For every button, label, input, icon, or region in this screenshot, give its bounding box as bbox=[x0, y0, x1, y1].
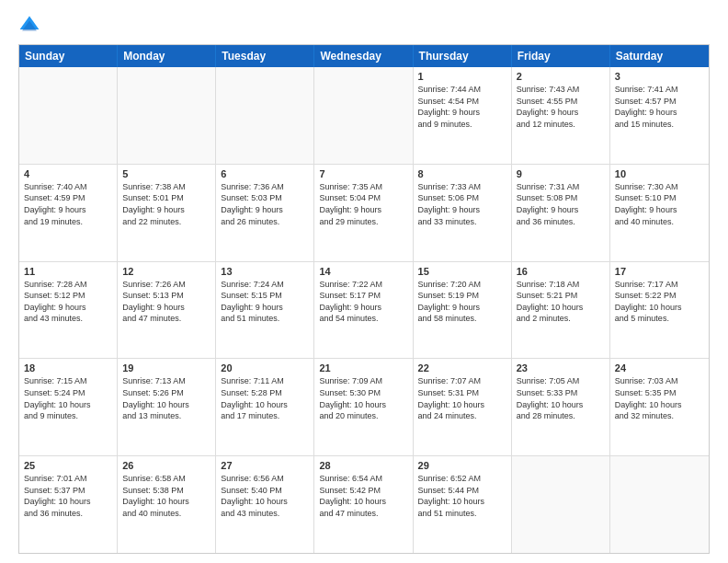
day-number: 28 bbox=[319, 460, 407, 471]
day-number: 8 bbox=[418, 168, 506, 179]
logo bbox=[18, 15, 44, 37]
calendar-cell: 6Sunrise: 7:36 AM Sunset: 5:03 PM Daylig… bbox=[216, 165, 314, 261]
calendar-cell: 20Sunrise: 7:11 AM Sunset: 5:28 PM Dayli… bbox=[216, 359, 314, 455]
calendar-cell: 15Sunrise: 7:20 AM Sunset: 5:19 PM Dayli… bbox=[414, 262, 512, 359]
calendar-cell: 9Sunrise: 7:31 AM Sunset: 5:08 PM Daylig… bbox=[512, 165, 610, 261]
calendar-cell: 17Sunrise: 7:17 AM Sunset: 5:22 PM Dayli… bbox=[610, 262, 709, 359]
day-number: 2 bbox=[517, 71, 605, 82]
day-number: 19 bbox=[122, 362, 210, 373]
calendar-cell: 22Sunrise: 7:07 AM Sunset: 5:31 PM Dayli… bbox=[414, 359, 512, 455]
calendar: SundayMondayTuesdayWednesdayThursdayFrid… bbox=[18, 44, 710, 554]
header-day-sunday: Sunday bbox=[19, 45, 118, 67]
day-number: 1 bbox=[418, 71, 506, 82]
day-info: Sunrise: 7:26 AM Sunset: 5:13 PM Dayligh… bbox=[122, 279, 210, 325]
day-info: Sunrise: 7:20 AM Sunset: 5:19 PM Dayligh… bbox=[418, 279, 506, 325]
day-info: Sunrise: 7:36 AM Sunset: 5:03 PM Dayligh… bbox=[221, 181, 309, 227]
header bbox=[18, 15, 710, 37]
day-info: Sunrise: 7:01 AM Sunset: 5:37 PM Dayligh… bbox=[24, 473, 112, 519]
calendar-cell bbox=[216, 67, 314, 164]
calendar-cell: 29Sunrise: 6:52 AM Sunset: 5:44 PM Dayli… bbox=[414, 456, 512, 553]
day-info: Sunrise: 7:24 AM Sunset: 5:15 PM Dayligh… bbox=[221, 279, 309, 325]
day-info: Sunrise: 7:18 AM Sunset: 5:21 PM Dayligh… bbox=[517, 279, 605, 325]
day-number: 3 bbox=[615, 71, 704, 82]
day-info: Sunrise: 7:17 AM Sunset: 5:22 PM Dayligh… bbox=[615, 279, 704, 325]
day-info: Sunrise: 7:41 AM Sunset: 4:57 PM Dayligh… bbox=[615, 84, 704, 130]
calendar-cell: 5Sunrise: 7:38 AM Sunset: 5:01 PM Daylig… bbox=[118, 165, 216, 261]
calendar-cell: 26Sunrise: 6:58 AM Sunset: 5:38 PM Dayli… bbox=[118, 456, 216, 553]
calendar-header: SundayMondayTuesdayWednesdayThursdayFrid… bbox=[19, 45, 709, 67]
day-info: Sunrise: 7:38 AM Sunset: 5:01 PM Dayligh… bbox=[122, 181, 210, 227]
calendar-cell: 23Sunrise: 7:05 AM Sunset: 5:33 PM Dayli… bbox=[512, 359, 610, 455]
day-number: 17 bbox=[615, 266, 704, 277]
header-day-tuesday: Tuesday bbox=[216, 45, 314, 67]
calendar-cell: 1Sunrise: 7:44 AM Sunset: 4:54 PM Daylig… bbox=[414, 67, 512, 164]
day-info: Sunrise: 7:22 AM Sunset: 5:17 PM Dayligh… bbox=[319, 279, 407, 325]
calendar-cell bbox=[314, 67, 413, 164]
calendar-cell bbox=[19, 67, 118, 164]
day-info: Sunrise: 7:07 AM Sunset: 5:31 PM Dayligh… bbox=[418, 375, 506, 421]
day-number: 5 bbox=[122, 168, 210, 179]
day-info: Sunrise: 7:33 AM Sunset: 5:06 PM Dayligh… bbox=[418, 181, 506, 227]
calendar-cell: 7Sunrise: 7:35 AM Sunset: 5:04 PM Daylig… bbox=[314, 165, 413, 261]
day-number: 18 bbox=[24, 362, 112, 373]
page: SundayMondayTuesdayWednesdayThursdayFrid… bbox=[0, 0, 728, 563]
day-number: 4 bbox=[24, 168, 112, 179]
day-number: 15 bbox=[418, 266, 506, 277]
calendar-cell: 14Sunrise: 7:22 AM Sunset: 5:17 PM Dayli… bbox=[314, 262, 413, 359]
calendar-cell bbox=[610, 456, 709, 553]
header-day-monday: Monday bbox=[118, 45, 216, 67]
day-info: Sunrise: 7:31 AM Sunset: 5:08 PM Dayligh… bbox=[517, 181, 605, 227]
day-info: Sunrise: 6:56 AM Sunset: 5:40 PM Dayligh… bbox=[221, 473, 309, 519]
logo-icon bbox=[18, 15, 40, 37]
calendar-row-2: 4Sunrise: 7:40 AM Sunset: 4:59 PM Daylig… bbox=[19, 165, 709, 262]
calendar-cell: 4Sunrise: 7:40 AM Sunset: 4:59 PM Daylig… bbox=[19, 165, 118, 261]
header-day-wednesday: Wednesday bbox=[314, 45, 413, 67]
calendar-cell: 19Sunrise: 7:13 AM Sunset: 5:26 PM Dayli… bbox=[118, 359, 216, 455]
day-info: Sunrise: 7:13 AM Sunset: 5:26 PM Dayligh… bbox=[122, 375, 210, 421]
day-info: Sunrise: 7:15 AM Sunset: 5:24 PM Dayligh… bbox=[24, 375, 112, 421]
day-info: Sunrise: 7:40 AM Sunset: 4:59 PM Dayligh… bbox=[24, 181, 112, 227]
calendar-body: 1Sunrise: 7:44 AM Sunset: 4:54 PM Daylig… bbox=[19, 67, 709, 553]
day-number: 24 bbox=[615, 362, 704, 373]
day-info: Sunrise: 6:52 AM Sunset: 5:44 PM Dayligh… bbox=[418, 473, 506, 519]
calendar-cell: 2Sunrise: 7:43 AM Sunset: 4:55 PM Daylig… bbox=[512, 67, 610, 164]
calendar-cell: 8Sunrise: 7:33 AM Sunset: 5:06 PM Daylig… bbox=[414, 165, 512, 261]
day-info: Sunrise: 6:58 AM Sunset: 5:38 PM Dayligh… bbox=[122, 473, 210, 519]
calendar-cell: 24Sunrise: 7:03 AM Sunset: 5:35 PM Dayli… bbox=[610, 359, 709, 455]
day-number: 26 bbox=[122, 460, 210, 471]
day-info: Sunrise: 7:43 AM Sunset: 4:55 PM Dayligh… bbox=[517, 84, 605, 130]
calendar-cell: 11Sunrise: 7:28 AM Sunset: 5:12 PM Dayli… bbox=[19, 262, 118, 359]
day-number: 22 bbox=[418, 362, 506, 373]
calendar-cell: 12Sunrise: 7:26 AM Sunset: 5:13 PM Dayli… bbox=[118, 262, 216, 359]
calendar-cell: 28Sunrise: 6:54 AM Sunset: 5:42 PM Dayli… bbox=[314, 456, 413, 553]
calendar-cell bbox=[118, 67, 216, 164]
calendar-row-5: 25Sunrise: 7:01 AM Sunset: 5:37 PM Dayli… bbox=[19, 456, 709, 553]
day-info: Sunrise: 7:35 AM Sunset: 5:04 PM Dayligh… bbox=[319, 181, 407, 227]
day-info: Sunrise: 7:28 AM Sunset: 5:12 PM Dayligh… bbox=[24, 279, 112, 325]
day-number: 11 bbox=[24, 266, 112, 277]
calendar-cell: 27Sunrise: 6:56 AM Sunset: 5:40 PM Dayli… bbox=[216, 456, 314, 553]
day-number: 9 bbox=[517, 168, 605, 179]
calendar-row-1: 1Sunrise: 7:44 AM Sunset: 4:54 PM Daylig… bbox=[19, 67, 709, 165]
day-info: Sunrise: 6:54 AM Sunset: 5:42 PM Dayligh… bbox=[319, 473, 407, 519]
header-day-saturday: Saturday bbox=[610, 45, 709, 67]
header-day-thursday: Thursday bbox=[414, 45, 512, 67]
day-number: 27 bbox=[221, 460, 309, 471]
day-info: Sunrise: 7:03 AM Sunset: 5:35 PM Dayligh… bbox=[615, 375, 704, 421]
day-number: 25 bbox=[24, 460, 112, 471]
calendar-cell: 25Sunrise: 7:01 AM Sunset: 5:37 PM Dayli… bbox=[19, 456, 118, 553]
day-info: Sunrise: 7:11 AM Sunset: 5:28 PM Dayligh… bbox=[221, 375, 309, 421]
day-info: Sunrise: 7:30 AM Sunset: 5:10 PM Dayligh… bbox=[615, 181, 704, 227]
day-number: 6 bbox=[221, 168, 309, 179]
calendar-cell: 3Sunrise: 7:41 AM Sunset: 4:57 PM Daylig… bbox=[610, 67, 709, 164]
calendar-cell: 10Sunrise: 7:30 AM Sunset: 5:10 PM Dayli… bbox=[610, 165, 709, 261]
calendar-cell: 18Sunrise: 7:15 AM Sunset: 5:24 PM Dayli… bbox=[19, 359, 118, 455]
day-number: 20 bbox=[221, 362, 309, 373]
calendar-cell: 16Sunrise: 7:18 AM Sunset: 5:21 PM Dayli… bbox=[512, 262, 610, 359]
day-number: 7 bbox=[319, 168, 407, 179]
day-number: 29 bbox=[418, 460, 506, 471]
calendar-row-3: 11Sunrise: 7:28 AM Sunset: 5:12 PM Dayli… bbox=[19, 262, 709, 360]
calendar-cell bbox=[512, 456, 610, 553]
day-number: 10 bbox=[615, 168, 704, 179]
day-info: Sunrise: 7:05 AM Sunset: 5:33 PM Dayligh… bbox=[517, 375, 605, 421]
